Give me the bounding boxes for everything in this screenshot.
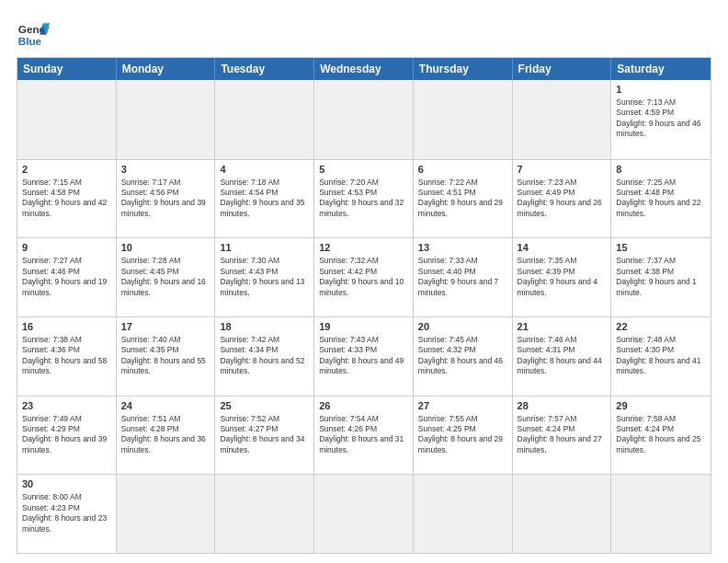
calendar-body: 1Sunrise: 7:13 AM Sunset: 4:59 PM Daylig…: [17, 80, 711, 553]
page-header: General Blue: [17, 17, 711, 50]
week-row-4: 23Sunrise: 7:49 AM Sunset: 4:29 PM Dayli…: [17, 396, 711, 475]
day-number: 3: [121, 163, 210, 177]
day-number: 12: [319, 241, 408, 255]
day-cell-empty: [17, 80, 117, 159]
day-info: Sunrise: 7:28 AM Sunset: 4:45 PM Dayligh…: [121, 256, 206, 296]
day-cell-empty: [414, 80, 513, 159]
day-cell-28: 28Sunrise: 7:57 AM Sunset: 4:24 PM Dayli…: [513, 396, 612, 475]
day-info: Sunrise: 7:58 AM Sunset: 4:24 PM Dayligh…: [616, 414, 700, 454]
day-header-monday: Monday: [117, 58, 216, 80]
day-number: 14: [518, 241, 607, 255]
day-cell-empty: [314, 80, 414, 159]
day-number: 16: [22, 320, 111, 334]
day-info: Sunrise: 7:17 AM Sunset: 4:56 PM Dayligh…: [121, 178, 206, 218]
logo: General Blue: [17, 17, 50, 50]
day-cell-21: 21Sunrise: 7:46 AM Sunset: 4:31 PM Dayli…: [513, 317, 612, 396]
day-number: 4: [220, 163, 309, 177]
day-number: 17: [121, 320, 210, 334]
day-info: Sunrise: 7:32 AM Sunset: 4:42 PM Dayligh…: [319, 256, 404, 296]
day-info: Sunrise: 7:15 AM Sunset: 4:58 PM Dayligh…: [22, 178, 107, 218]
day-header-wednesday: Wednesday: [314, 58, 414, 80]
calendar: SundayMondayTuesdayWednesdayThursdayFrid…: [17, 57, 711, 554]
day-info: Sunrise: 7:42 AM Sunset: 4:34 PM Dayligh…: [220, 335, 304, 375]
day-cell-11: 11Sunrise: 7:30 AM Sunset: 4:43 PM Dayli…: [215, 238, 314, 316]
calendar-header: SundayMondayTuesdayWednesdayThursdayFrid…: [17, 58, 711, 80]
day-cell-empty: [513, 80, 612, 159]
day-cell-empty: [215, 475, 314, 553]
day-number: 29: [616, 399, 706, 413]
day-info: Sunrise: 7:52 AM Sunset: 4:27 PM Dayligh…: [220, 414, 304, 454]
day-info: Sunrise: 7:23 AM Sunset: 4:49 PM Dayligh…: [518, 178, 602, 218]
day-cell-5: 5Sunrise: 7:20 AM Sunset: 4:53 PM Daylig…: [314, 160, 414, 238]
day-number: 9: [22, 241, 111, 255]
day-number: 28: [518, 399, 607, 413]
day-info: Sunrise: 7:30 AM Sunset: 4:43 PM Dayligh…: [220, 256, 304, 296]
day-info: Sunrise: 7:45 AM Sunset: 4:32 PM Dayligh…: [418, 335, 503, 375]
day-info: Sunrise: 7:38 AM Sunset: 4:36 PM Dayligh…: [22, 335, 107, 375]
day-info: Sunrise: 7:48 AM Sunset: 4:30 PM Dayligh…: [616, 335, 700, 375]
day-number: 11: [220, 241, 309, 255]
day-cell-18: 18Sunrise: 7:42 AM Sunset: 4:34 PM Dayli…: [215, 317, 314, 396]
day-cell-empty: [414, 475, 513, 553]
day-number: 25: [220, 399, 309, 413]
day-number: 21: [518, 320, 607, 334]
day-cell-empty: [117, 475, 216, 553]
day-number: 19: [319, 320, 408, 334]
day-info: Sunrise: 7:54 AM Sunset: 4:26 PM Dayligh…: [319, 414, 404, 454]
day-cell-26: 26Sunrise: 7:54 AM Sunset: 4:26 PM Dayli…: [314, 396, 414, 475]
day-cell-empty: [513, 475, 612, 553]
day-number: 6: [418, 163, 507, 177]
day-info: Sunrise: 7:27 AM Sunset: 4:46 PM Dayligh…: [22, 256, 107, 296]
day-number: 30: [22, 477, 111, 491]
week-row-5: 30Sunrise: 8:00 AM Sunset: 4:23 PM Dayli…: [17, 474, 711, 553]
day-info: Sunrise: 7:18 AM Sunset: 4:54 PM Dayligh…: [220, 178, 304, 218]
day-info: Sunrise: 7:40 AM Sunset: 4:35 PM Dayligh…: [121, 335, 206, 375]
day-cell-22: 22Sunrise: 7:48 AM Sunset: 4:30 PM Dayli…: [611, 317, 711, 396]
day-info: Sunrise: 8:00 AM Sunset: 4:23 PM Dayligh…: [22, 492, 107, 533]
day-number: 10: [121, 241, 210, 255]
day-cell-empty: [117, 80, 216, 159]
day-cell-30: 30Sunrise: 8:00 AM Sunset: 4:23 PM Dayli…: [17, 475, 117, 553]
day-info: Sunrise: 7:57 AM Sunset: 4:24 PM Dayligh…: [518, 414, 602, 454]
day-number: 1: [616, 83, 706, 97]
day-info: Sunrise: 7:49 AM Sunset: 4:29 PM Dayligh…: [22, 414, 107, 454]
day-number: 22: [616, 320, 706, 334]
day-cell-8: 8Sunrise: 7:25 AM Sunset: 4:48 PM Daylig…: [611, 160, 711, 238]
day-number: 27: [418, 399, 507, 413]
week-row-3: 16Sunrise: 7:38 AM Sunset: 4:36 PM Dayli…: [17, 316, 711, 396]
day-cell-24: 24Sunrise: 7:51 AM Sunset: 4:28 PM Dayli…: [117, 396, 216, 475]
day-number: 7: [518, 163, 607, 177]
day-cell-17: 17Sunrise: 7:40 AM Sunset: 4:35 PM Dayli…: [117, 317, 216, 396]
logo-icon: General Blue: [17, 17, 50, 50]
day-cell-29: 29Sunrise: 7:58 AM Sunset: 4:24 PM Dayli…: [611, 396, 711, 475]
day-cell-3: 3Sunrise: 7:17 AM Sunset: 4:56 PM Daylig…: [117, 160, 216, 238]
day-info: Sunrise: 7:13 AM Sunset: 4:59 PM Dayligh…: [616, 98, 700, 138]
day-cell-6: 6Sunrise: 7:22 AM Sunset: 4:51 PM Daylig…: [414, 160, 513, 238]
day-cell-empty: [215, 80, 314, 159]
day-info: Sunrise: 7:46 AM Sunset: 4:31 PM Dayligh…: [518, 335, 602, 375]
day-number: 18: [220, 320, 309, 334]
day-info: Sunrise: 7:51 AM Sunset: 4:28 PM Dayligh…: [121, 414, 206, 454]
week-row-0: 1Sunrise: 7:13 AM Sunset: 4:59 PM Daylig…: [17, 80, 711, 159]
day-number: 13: [418, 241, 507, 255]
day-number: 26: [319, 399, 408, 413]
svg-text:Blue: Blue: [18, 35, 42, 47]
day-cell-9: 9Sunrise: 7:27 AM Sunset: 4:46 PM Daylig…: [17, 238, 117, 316]
day-info: Sunrise: 7:43 AM Sunset: 4:33 PM Dayligh…: [319, 335, 404, 375]
day-info: Sunrise: 7:22 AM Sunset: 4:51 PM Dayligh…: [418, 178, 503, 218]
day-number: 23: [22, 399, 111, 413]
day-cell-15: 15Sunrise: 7:37 AM Sunset: 4:38 PM Dayli…: [611, 238, 711, 316]
day-cell-1: 1Sunrise: 7:13 AM Sunset: 4:59 PM Daylig…: [611, 80, 711, 159]
day-cell-27: 27Sunrise: 7:55 AM Sunset: 4:25 PM Dayli…: [414, 396, 513, 475]
day-cell-14: 14Sunrise: 7:35 AM Sunset: 4:39 PM Dayli…: [513, 238, 612, 316]
day-info: Sunrise: 7:25 AM Sunset: 4:48 PM Dayligh…: [616, 178, 700, 218]
day-cell-23: 23Sunrise: 7:49 AM Sunset: 4:29 PM Dayli…: [17, 396, 117, 475]
day-number: 15: [616, 241, 706, 255]
day-header-sunday: Sunday: [17, 58, 117, 80]
day-cell-13: 13Sunrise: 7:33 AM Sunset: 4:40 PM Dayli…: [414, 238, 513, 316]
day-header-tuesday: Tuesday: [215, 58, 314, 80]
day-number: 8: [616, 163, 706, 177]
day-header-friday: Friday: [513, 58, 612, 80]
day-number: 5: [319, 163, 408, 177]
week-row-2: 9Sunrise: 7:27 AM Sunset: 4:46 PM Daylig…: [17, 237, 711, 316]
